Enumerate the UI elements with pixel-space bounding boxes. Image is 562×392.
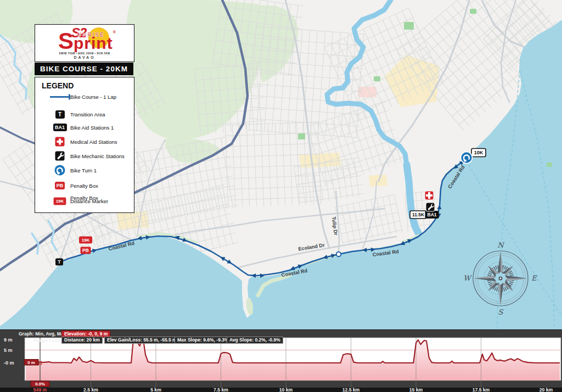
x-axis-label: 10 km bbox=[279, 387, 293, 392]
penalty-distance-icon: 19K bbox=[49, 192, 70, 210]
bike-mechanic-icon bbox=[49, 150, 70, 162]
range-totals-label: Range Totals: bbox=[33, 338, 64, 343]
transition-area-icon: T bbox=[49, 108, 70, 120]
legend-item-bike-aid: BA1 Bike Aid Stations 1 bbox=[35, 121, 134, 133]
bike-aid-station-marker: BA1 bbox=[425, 211, 439, 219]
svg-text:11.5K: 11.5K bbox=[412, 212, 425, 217]
y-axis-label: 9 m bbox=[4, 337, 13, 343]
aid-distance-marker: 11.5K bbox=[410, 211, 426, 219]
logo-tagline: SWIM 750M • BIKE 20KM • RUN 5KM bbox=[35, 52, 134, 55]
svg-text:BA1: BA1 bbox=[427, 212, 436, 217]
legend-item-bike-turn: Bike Turn 1 bbox=[35, 164, 134, 176]
medical-aid-icon bbox=[49, 136, 70, 148]
legend-panel: LEGEND Bike Course - 1 Lap T Transition … bbox=[35, 77, 134, 213]
cursor-elevation-label: 0 m bbox=[27, 360, 35, 365]
y-axis-label: 5 m bbox=[4, 348, 13, 353]
bike-turn-icon bbox=[49, 164, 70, 176]
legend-item-penalty-distance: 19K Penalty Box Distance Marker bbox=[35, 192, 134, 210]
legend-item-mechanic: Bike Mechanic Stations bbox=[35, 150, 134, 162]
medical-aid-marker bbox=[425, 191, 434, 200]
logo-sprint-text: Sprint® bbox=[58, 30, 116, 53]
bike-course-map-page: Coastal RdCoastal RdCoastal RdCoastal Rd… bbox=[0, 0, 562, 392]
legend-item-transition: T Transition Area bbox=[35, 108, 134, 120]
transition-area-marker: T bbox=[55, 259, 63, 266]
penalty-distance-marker: 19K bbox=[79, 237, 92, 244]
legend-item-penalty-box: PB Penalty Box bbox=[35, 180, 134, 192]
y-axis-label: -0 m bbox=[4, 360, 14, 366]
svg-text:T: T bbox=[58, 259, 61, 265]
graph-stats-label: Graph: Min, Avg, Max bbox=[19, 331, 66, 337]
svg-text:10K: 10K bbox=[474, 150, 484, 155]
legend-item-medical: Medical Aid Stations bbox=[35, 136, 134, 148]
svg-text:19K: 19K bbox=[82, 238, 90, 243]
legend-item-bike-course: Bike Course - 1 Lap bbox=[35, 91, 134, 103]
legend-title: LEGEND bbox=[42, 81, 74, 90]
x-axis-label: 5 km bbox=[150, 387, 161, 392]
distance-stat: Distance: 20 km bbox=[61, 337, 103, 344]
turn-distance-marker: 10K bbox=[471, 149, 486, 157]
elevation-panel: 9 m5 m-0 m0 m0.0%549 m2.5 km5 km7.5 km10… bbox=[0, 329, 562, 392]
bike-turn-marker bbox=[461, 152, 473, 164]
penalty-box-icon: PB bbox=[49, 180, 70, 192]
course-waypoint bbox=[336, 252, 341, 256]
event-logo: S2 UNRISE Sprint® SWIM 750M • BIKE 20KM … bbox=[35, 24, 134, 62]
logo-city: DAVAO bbox=[35, 55, 134, 59]
max-slope-stat: Max Slope: 9.6%, -9.3% bbox=[175, 337, 232, 344]
compass-e-label: E bbox=[531, 274, 537, 282]
x-axis-label: 20 km bbox=[539, 387, 553, 392]
x-axis-label: 2.5 km bbox=[83, 387, 98, 392]
compass-s-label: S bbox=[498, 308, 504, 316]
x-axis-label: 549 m bbox=[33, 387, 47, 392]
bike-course-arrow-icon bbox=[49, 91, 70, 103]
avg-slope-stat: Avg Slope: 0.2%, -0.9% bbox=[227, 337, 283, 344]
cursor-grade-label: 0.0% bbox=[35, 382, 45, 387]
elev-gain-loss-stat: Elev Gain/Loss: 55.5 m, -55.5 m bbox=[104, 337, 179, 344]
x-axis-label: 15 km bbox=[409, 387, 423, 392]
svg-text:PB: PB bbox=[82, 248, 89, 253]
bike-aid-station-icon: BA1 bbox=[49, 121, 70, 133]
penalty-box-marker: PB bbox=[81, 247, 91, 254]
course-banner: BIKE COURSE - 20KM bbox=[35, 63, 133, 75]
x-axis-label: 7.5 km bbox=[213, 387, 228, 392]
bike-mechanic-marker bbox=[426, 203, 435, 211]
x-axis-label: 12.5 km bbox=[342, 387, 360, 392]
x-axis-label: 17.5 km bbox=[473, 387, 490, 392]
